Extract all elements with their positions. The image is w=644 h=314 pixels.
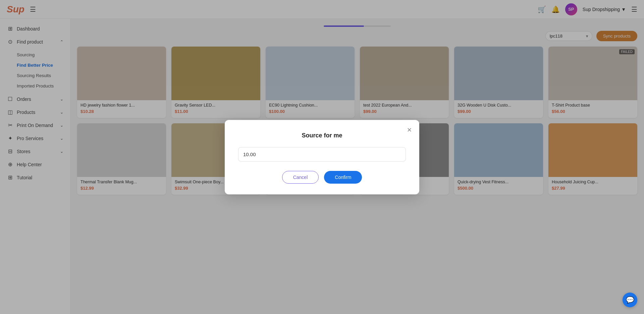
price-input[interactable]	[238, 147, 406, 162]
confirm-button[interactable]: Confirm	[324, 171, 362, 184]
cancel-button[interactable]: Cancel	[282, 171, 319, 184]
chat-icon: 💬	[626, 296, 634, 304]
close-button[interactable]: ✕	[405, 125, 414, 135]
modal-title: Source for me	[238, 132, 406, 139]
chat-bubble[interactable]: 💬	[623, 293, 637, 307]
modal: ✕ Source for me Cancel Confirm	[225, 120, 419, 194]
modal-actions: Cancel Confirm	[238, 171, 406, 184]
modal-overlay[interactable]: ✕ Source for me Cancel Confirm	[0, 0, 644, 314]
